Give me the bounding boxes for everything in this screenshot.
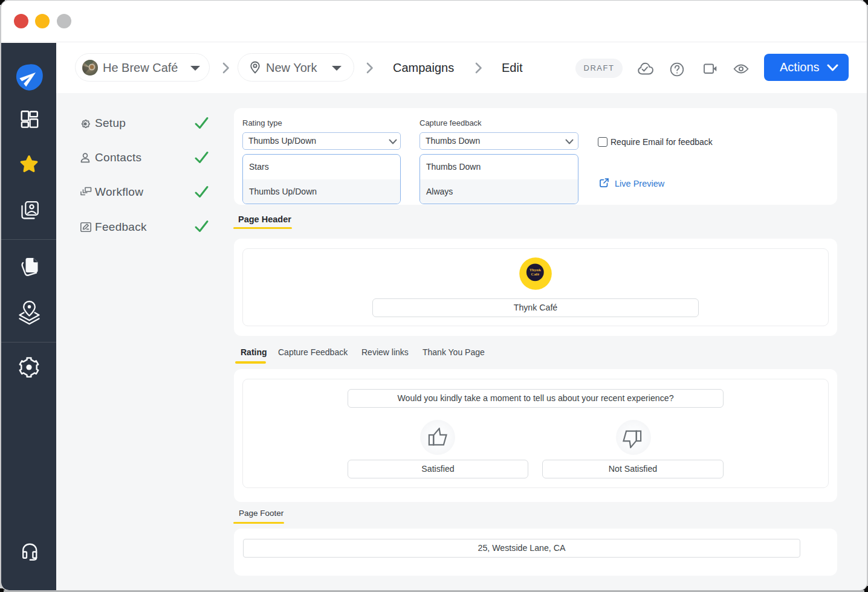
svg-text:Thynk: Thynk	[530, 268, 541, 272]
svg-text:Café: Café	[531, 272, 540, 276]
